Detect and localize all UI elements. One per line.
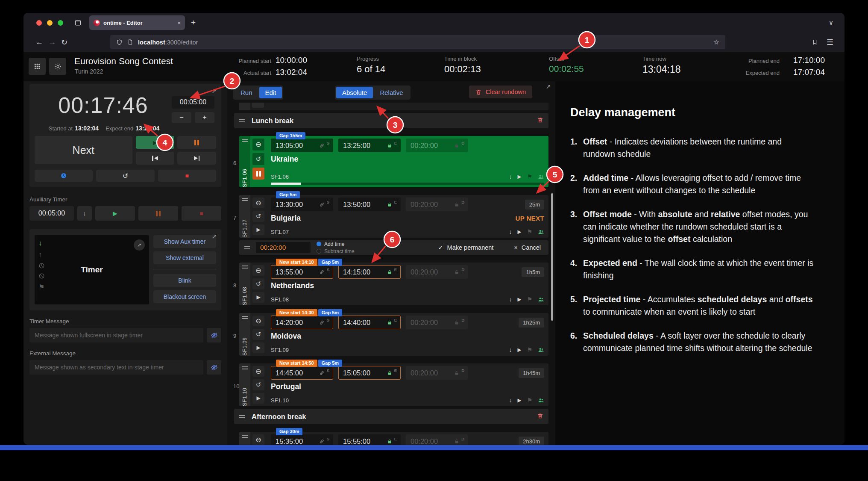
remove-event-button[interactable]: ⊖	[252, 139, 264, 150]
tab-overview-icon[interactable]	[74, 19, 82, 27]
play-icon[interactable]: ▶	[518, 347, 522, 353]
external-link-icon[interactable]: ↗	[211, 87, 217, 95]
start-time-field[interactable]: 13:55:00S	[271, 265, 333, 279]
clear-rundown-button[interactable]: Clear rundown	[469, 86, 532, 98]
show-external-button[interactable]: Show external	[153, 251, 216, 264]
cancel-button[interactable]: ×Cancel	[511, 244, 543, 251]
new-tab-button[interactable]: +	[191, 18, 196, 27]
down-arrow-icon[interactable]: ↓	[509, 397, 512, 404]
close-window-button[interactable]	[36, 20, 42, 26]
play-icon[interactable]: ▶	[518, 174, 522, 180]
tab-absolute[interactable]: Absolute	[336, 87, 373, 98]
aux-play-button[interactable]: ▶	[95, 206, 135, 221]
show-aux-timer-button[interactable]: Show Aux timer	[153, 235, 216, 248]
start-event-button[interactable]: ▶	[252, 224, 264, 235]
event-row[interactable]: SF1.09⊖↺▶14:20:00S14:40:00E00:20:00D1h25…	[239, 313, 548, 356]
remove-event-button[interactable]: ⊖	[252, 198, 264, 208]
forward-icon[interactable]: →	[48, 38, 56, 47]
next-button[interactable]: Next	[35, 136, 132, 164]
load-event-button[interactable]: ↺	[252, 329, 264, 339]
toggle-external-message-button[interactable]	[207, 360, 221, 375]
blackout-screen-button[interactable]: Blackout screen	[153, 290, 216, 303]
event-row[interactable]: SF1.07⊖↺▶13:30:00S13:50:00E00:20:00D25mB…	[239, 195, 548, 238]
menu-icon[interactable]: ☰	[827, 38, 833, 47]
down-arrow-icon[interactable]: ↓	[509, 228, 512, 235]
pause-button[interactable]	[177, 136, 216, 149]
event-drag-strip[interactable]: SF1.09	[239, 313, 250, 356]
trash-icon[interactable]	[537, 117, 543, 125]
back-icon[interactable]: ←	[35, 38, 43, 47]
trash-icon[interactable]	[537, 413, 543, 421]
toggle-timer-message-button[interactable]	[207, 328, 221, 342]
start-event-button[interactable]: ▶	[252, 393, 264, 404]
dur dim-time-field[interactable]: 00:20:00D	[406, 265, 468, 279]
time-mode-button[interactable]	[35, 170, 93, 182]
settings-button[interactable]	[49, 58, 66, 75]
rundown-block[interactable]: Afternoon break	[234, 409, 548, 424]
add-time-button[interactable]: +	[195, 112, 214, 123]
tab-relative[interactable]: Relative	[374, 87, 409, 98]
zoom-window-button[interactable]	[58, 20, 63, 26]
drag-handle-icon[interactable]	[244, 246, 250, 249]
start-event-button[interactable]: ▶	[252, 292, 264, 303]
dur dim-time-field[interactable]: 00:20:00D	[406, 366, 468, 380]
play-button[interactable]: ▶	[136, 136, 175, 149]
drag-handle-icon[interactable]	[239, 119, 245, 122]
dur dim-time-field[interactable]: 00:20:00D	[406, 198, 468, 211]
remove-event-button[interactable]: ⊖	[252, 316, 264, 326]
radio-subtract-time[interactable]: Subtract time	[317, 248, 355, 254]
minimize-window-button[interactable]	[47, 20, 53, 26]
start-time-field[interactable]: 15:35:00S	[271, 434, 333, 445]
end-time-field[interactable]: 14:40:00E	[338, 316, 401, 329]
event-drag-strip[interactable]: SF1.10	[239, 363, 250, 406]
rundown-block[interactable]: Lunch break	[234, 113, 548, 128]
bookmark-icon[interactable]	[812, 39, 818, 45]
external-link-icon[interactable]: ↗	[545, 83, 551, 91]
close-icon[interactable]: ×	[177, 20, 181, 26]
load-event-button[interactable]: ↺	[252, 211, 264, 221]
event-drag-strip[interactable]: SF1.08	[239, 263, 250, 305]
aux-timer-input[interactable]	[29, 206, 74, 221]
down-arrow-icon[interactable]: ↓	[509, 173, 512, 180]
external-link-icon[interactable]: ↗	[211, 233, 217, 240]
pause-event-button[interactable]	[252, 168, 264, 180]
end-time-field[interactable]: 13:50:00E	[338, 198, 401, 211]
timer-message-input[interactable]	[29, 328, 203, 342]
make-permanent-button[interactable]: ✓Make permanent	[435, 244, 496, 251]
delay-amount-input[interactable]	[256, 242, 311, 253]
skip-back-button[interactable]	[136, 152, 175, 165]
browser-tab[interactable]: ontime - Editor ×	[89, 15, 185, 30]
event-drag-strip[interactable]: SF1.07	[239, 195, 250, 238]
play-icon[interactable]: ▶	[518, 296, 522, 302]
tab-run[interactable]: Run	[235, 87, 258, 98]
url-field[interactable]: localhost:3000/editor ☆	[110, 35, 725, 49]
rundown-scrollbar[interactable]	[551, 193, 553, 321]
dur dim-time-field[interactable]: 00:20:00D	[406, 316, 468, 329]
external-link-icon[interactable]: ↗	[134, 239, 145, 251]
apps-grid-button[interactable]	[29, 58, 46, 75]
start-time-field[interactable]: 13:30:00S	[271, 198, 333, 211]
dur dim-time-field[interactable]: 00:20:00D	[406, 139, 468, 152]
event-row[interactable]: SF1.08⊖↺▶13:55:00S14:15:00E00:20:00D1h5m…	[239, 263, 548, 305]
aux-direction-button[interactable]: ↓	[77, 206, 92, 221]
event-row[interactable]: SF1.06⊖↺13:05:00S13:25:00E00:20:00DUkrai…	[239, 136, 548, 187]
stop-button[interactable]: ■	[158, 170, 216, 182]
radio-add-time[interactable]: Add time	[317, 241, 355, 247]
chevron-down-icon[interactable]: ∨	[829, 19, 833, 27]
load-event-button[interactable]: ↺	[252, 153, 264, 165]
star-icon[interactable]: ☆	[713, 38, 719, 46]
blink-button[interactable]: Blink	[153, 274, 216, 287]
end-time-field[interactable]: 15:05:00E	[338, 366, 401, 380]
remove-event-button[interactable]: ⊖	[252, 434, 264, 445]
event-drag-strip[interactable]: SF1.06	[239, 136, 250, 187]
remove-event-button[interactable]: ⊖	[252, 366, 264, 377]
start-time-field[interactable]: 13:05:00S	[271, 139, 333, 152]
aux-pause-button[interactable]	[138, 206, 178, 221]
remove-time-button[interactable]: −	[172, 112, 191, 123]
aux-stop-button[interactable]: ■	[182, 206, 221, 221]
end-time-field[interactable]: 15:55:00E	[338, 434, 401, 445]
event-row[interactable]: SF1.10⊖↺▶14:45:00S15:05:00E00:20:00D1h45…	[239, 363, 548, 406]
load-event-button[interactable]: ↺	[252, 278, 264, 289]
drag-handle-icon[interactable]	[239, 415, 245, 418]
start-time-field[interactable]: 14:45:00S	[271, 366, 333, 380]
